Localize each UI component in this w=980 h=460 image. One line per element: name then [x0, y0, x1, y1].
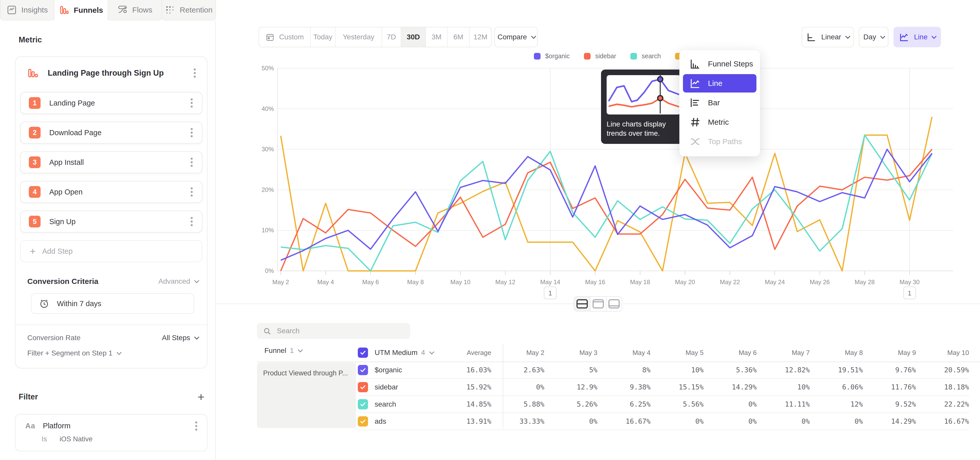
svg-text:May 28: May 28	[855, 279, 875, 286]
range-label: 30D	[407, 33, 420, 41]
breakdown-column-header[interactable]: UTM Medium 4	[358, 348, 440, 358]
funnel-cell[interactable]: Product Viewed through P...	[257, 363, 356, 428]
range-label: 3M	[431, 33, 442, 41]
row-average: 16.03%	[440, 366, 491, 374]
clock-icon	[39, 299, 49, 309]
tab-insights[interactable]: Insights	[0, 0, 54, 21]
conversion-criteria-section: Conversion Criteria Advanced Within 7 da…	[16, 272, 207, 314]
scale-label: Linear	[821, 33, 841, 41]
search-input[interactable]	[257, 323, 410, 339]
range-yesterday[interactable]: Yesterday	[335, 27, 382, 47]
filter-card[interactable]: Aa Platform Is iOS Native	[15, 414, 207, 451]
granularity-dropdown[interactable]: Day	[859, 27, 888, 47]
range-custom[interactable]: Custom	[259, 27, 310, 47]
range-today[interactable]: Today	[310, 27, 335, 47]
select-all-checkbox[interactable]	[358, 348, 368, 358]
linear-axis-icon	[807, 32, 816, 42]
range-7d[interactable]: 7D	[382, 27, 401, 47]
chevron-down-icon	[194, 278, 199, 283]
more-options-icon[interactable]	[191, 191, 192, 193]
range-3m[interactable]: 3M	[425, 27, 447, 47]
funnel-step-4[interactable]: 4App Open	[20, 181, 202, 203]
report-type-tabs: InsightsFunnelsFlowsRetention	[0, 0, 216, 21]
date-column-header[interactable]: May 4	[597, 349, 651, 357]
chart-collapsed-view-button[interactable]	[606, 297, 622, 311]
funnel-step-1[interactable]: 1Landing Page	[20, 92, 202, 114]
filter-value[interactable]: iOS Native	[60, 435, 93, 443]
annotation-badge[interactable]: 1	[544, 287, 556, 299]
table-collapsed-view-button[interactable]	[590, 297, 606, 311]
menu-item-metric[interactable]: Metric	[683, 113, 756, 131]
date-column-header[interactable]: May 8	[810, 349, 863, 357]
add-step-button[interactable]: + Add Step	[20, 240, 202, 262]
chart-type-label: Line	[914, 33, 928, 41]
row-checkbox[interactable]	[358, 382, 368, 392]
menu-item-funnel-steps[interactable]: Funnel Steps	[683, 55, 756, 73]
advanced-toggle[interactable]: Advanced	[158, 277, 190, 286]
conversion-window-label: Within 7 days	[57, 300, 101, 308]
date-column-header[interactable]: May 10	[916, 349, 969, 357]
more-options-icon[interactable]	[194, 72, 196, 74]
range-12m[interactable]: 12M	[469, 27, 491, 47]
more-options-icon[interactable]	[195, 425, 197, 427]
date-column-header[interactable]: May 3	[544, 349, 597, 357]
row-label: $organic	[375, 366, 402, 374]
more-options-icon[interactable]	[191, 132, 192, 134]
funnel-step-3[interactable]: 3App Install	[20, 151, 202, 173]
conversion-window-button[interactable]: Within 7 days	[31, 293, 194, 314]
filter-operator[interactable]: Is	[41, 435, 47, 443]
more-options-icon[interactable]	[191, 161, 192, 163]
tab-retention[interactable]: Retention	[162, 0, 216, 21]
row-value-cell: 0%	[544, 417, 597, 425]
range-6m[interactable]: 6M	[447, 27, 469, 47]
svg-text:May 24: May 24	[765, 279, 785, 286]
table-row-ads: ads13.91%33.33%0%16.67%0%0%0%0%14.29%16.…	[358, 413, 969, 430]
date-column-header[interactable]: May 5	[651, 349, 703, 357]
row-value-cell: 8%	[597, 366, 651, 374]
menu-item-label: Line	[708, 79, 722, 88]
row-checkbox[interactable]	[358, 416, 368, 426]
date-column-header[interactable]: May 9	[863, 349, 916, 357]
scale-dropdown[interactable]: Linear	[802, 27, 854, 47]
row-checkbox[interactable]	[358, 399, 368, 409]
row-value-cell: 5.88%	[491, 400, 544, 408]
svg-text:May 8: May 8	[407, 279, 424, 286]
range-30d[interactable]: 30D	[401, 27, 425, 47]
row-value-cell: 10%	[651, 366, 703, 374]
add-step-label: Add Step	[42, 247, 73, 256]
tab-funnels[interactable]: Funnels	[54, 0, 108, 21]
split-view-button[interactable]	[574, 297, 590, 311]
svg-text:0%: 0%	[265, 267, 274, 274]
tab-flows[interactable]: Flows	[108, 0, 162, 21]
add-filter-button[interactable]: +	[197, 391, 204, 403]
date-column-header[interactable]: May 2	[491, 349, 544, 357]
filter-segment-step-dropdown[interactable]: Filter + Segment on Step 1	[27, 349, 113, 357]
average-column-header[interactable]: Average	[440, 349, 491, 357]
compare-button[interactable]: Compare	[494, 27, 538, 47]
menu-item-bar[interactable]: Bar	[683, 94, 756, 112]
more-options-icon[interactable]	[191, 220, 192, 223]
annotation-badge[interactable]: 1	[904, 287, 916, 299]
more-options-icon[interactable]	[191, 102, 192, 104]
row-value-cell: 0%	[757, 417, 810, 425]
funnel-step-2[interactable]: 2Download Page	[20, 121, 202, 144]
row-value-cell: 12%	[810, 400, 863, 408]
menu-item-line[interactable]: Line	[683, 74, 756, 93]
row-value-cell: 16.67%	[597, 417, 651, 425]
row-checkbox[interactable]	[358, 365, 368, 375]
menu-item-label: Funnel Steps	[708, 59, 753, 68]
funnel-step-5[interactable]: 5Sign Up	[20, 211, 202, 233]
funnel-column-header[interactable]: Funnel 1	[264, 347, 301, 355]
row-value-cell: 5%	[544, 366, 597, 374]
step-number-badge: 1	[29, 97, 41, 109]
date-column-header[interactable]: May 6	[703, 349, 757, 357]
funnel-title-row[interactable]: Landing Page through Sign Up	[16, 57, 207, 85]
series-line-organic	[281, 149, 932, 260]
date-column-header[interactable]: May 7	[757, 349, 810, 357]
all-steps-dropdown[interactable]: All Steps	[162, 334, 190, 342]
row-value-cell: 0%	[491, 383, 544, 391]
funnel-header-count: 1	[290, 347, 294, 355]
chart-type-dropdown[interactable]: Line	[894, 27, 941, 47]
step-label: App Install	[49, 158, 188, 167]
range-label: 12M	[473, 33, 487, 41]
